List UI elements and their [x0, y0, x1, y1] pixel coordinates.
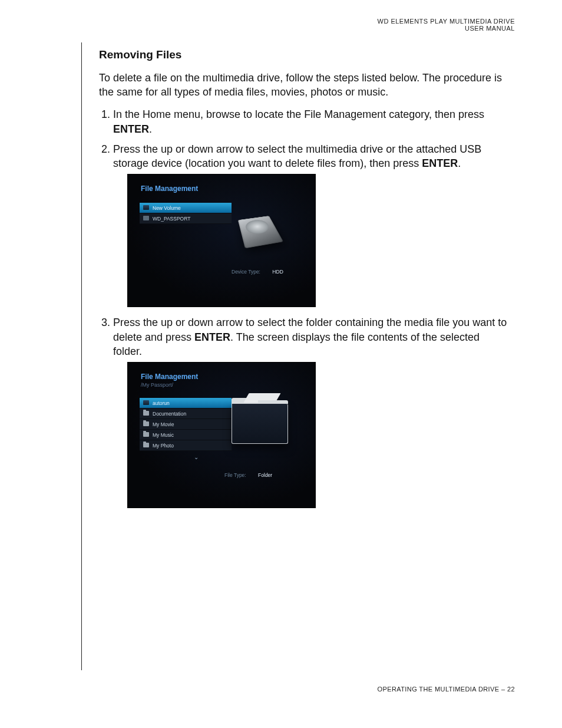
enter-key: ENTER	[194, 331, 230, 343]
file-info: File Type: Folder	[224, 472, 272, 479]
section-heading: Removing Files	[99, 47, 511, 62]
step-2: Press the up or down arrow to select the…	[113, 142, 511, 308]
hdd-graphic	[238, 216, 283, 248]
folder-list: autorun Documentation My Movie My Music	[140, 398, 232, 451]
step-3: Press the up or down arrow to select the…	[113, 315, 511, 508]
folder-item-my-photo[interactable]: My Photo	[140, 440, 232, 451]
vertical-rule	[81, 42, 82, 670]
folder-icon	[143, 432, 149, 437]
folder-item-my-movie[interactable]: My Movie	[140, 419, 232, 430]
main-content: Removing Files To delete a file on the m…	[99, 47, 511, 516]
usb-icon	[143, 216, 149, 220]
folder-icon	[143, 421, 149, 426]
step-1: In the Home menu, browse to locate the F…	[113, 107, 511, 136]
breadcrumb-path: /My Passport/	[141, 381, 173, 388]
folder-icon	[143, 443, 149, 447]
drive-icon	[143, 205, 149, 210]
folder-item-my-music[interactable]: My Music	[140, 430, 232, 440]
drive-icon	[143, 400, 149, 405]
folder-item-documentation[interactable]: Documentation	[140, 409, 232, 419]
folder-item-autorun[interactable]: autorun	[140, 398, 232, 409]
chevron-down-icon[interactable]: ⌄	[194, 453, 199, 462]
folder-icon	[143, 411, 149, 416]
enter-key: ENTER	[422, 157, 458, 169]
intro-paragraph: To delete a file on the multimedia drive…	[99, 71, 511, 100]
screenshot-device-select: File Management New Volume WD_PASSPORT D…	[127, 174, 316, 307]
screenshot-folder-select: File Management /My Passport/ autorun Do…	[127, 362, 316, 508]
page-footer: OPERATING THE MULTIMEDIA DRIVE – 22	[378, 686, 515, 693]
device-list: New Volume WD_PASSPORT	[140, 203, 232, 224]
enter-key: ENTER	[113, 123, 149, 135]
page-number: 22	[507, 686, 515, 693]
screenshot-title: File Management	[141, 184, 198, 193]
page-header: WD ELEMENTS PLAY MULTIMEDIA DRIVE USER M…	[378, 18, 515, 32]
doc-title: WD ELEMENTS PLAY MULTIMEDIA DRIVE	[378, 18, 515, 25]
screenshot-title: File Management	[141, 372, 198, 381]
device-item-new-volume[interactable]: New Volume	[140, 203, 232, 213]
device-item-wd-passport[interactable]: WD_PASSPORT	[140, 213, 232, 224]
doc-subtitle: USER MANUAL	[378, 25, 515, 32]
device-info: Device Type: HDD	[232, 269, 283, 275]
folder-paper	[243, 393, 280, 403]
folder-graphic	[232, 404, 288, 444]
